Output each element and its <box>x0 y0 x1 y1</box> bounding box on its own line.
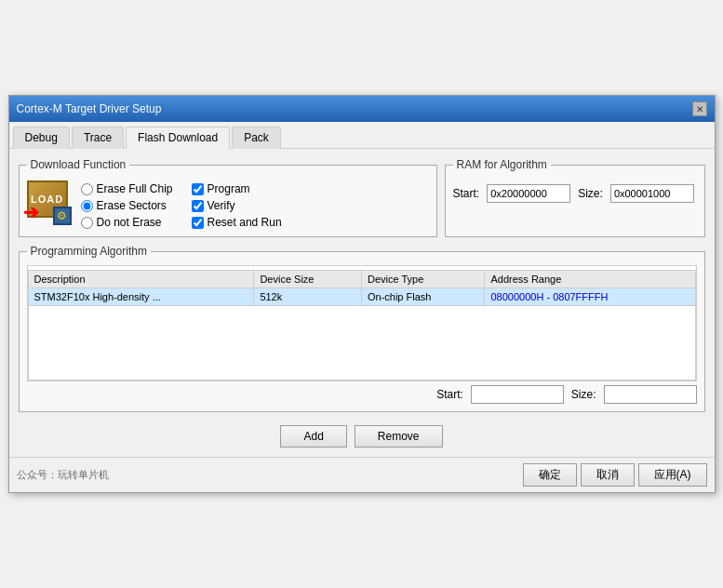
window-title: Cortex-M Target Driver Setup <box>17 102 162 115</box>
df-inner: LOAD ⚙ ➔ Erase Full Chip Erase Sectors <box>27 180 429 229</box>
programming-algorithm-group: Programming Algorithm Description Device… <box>19 245 705 412</box>
pa-size-input[interactable] <box>604 385 697 404</box>
tab-pack[interactable]: Pack <box>232 127 281 149</box>
pa-start-input[interactable] <box>471 385 564 404</box>
download-function-label: Download Function <box>27 158 130 171</box>
col-device-size: Device Size <box>254 271 362 288</box>
watermark: 公众号：玩转单片机 <box>17 468 109 482</box>
tab-flash-download[interactable]: Flash Download <box>126 127 230 149</box>
row-address-range: 08000000H - 0807FFFFH <box>485 288 695 306</box>
checkbox-reset-run-input[interactable] <box>192 217 204 229</box>
checkbox-verify[interactable]: Verify <box>192 199 282 212</box>
download-function-group: Download Function LOAD ⚙ ➔ Erase Full Ch… <box>19 158 437 237</box>
checkbox-group: Program Verify Reset and Run <box>192 182 282 229</box>
col-device-type: Device Type <box>361 271 485 288</box>
radio-do-not-erase-label: Do not Erase <box>97 216 162 229</box>
load-gear-icon: ⚙ <box>53 207 72 225</box>
close-button[interactable]: ✕ <box>692 101 707 116</box>
ram-size-input[interactable] <box>610 184 694 203</box>
pa-size-label: Size: <box>571 388 596 401</box>
content-area: Download Function LOAD ⚙ ➔ Erase Full Ch… <box>9 149 715 457</box>
programming-algorithm-label: Programming Algorithm <box>27 245 151 258</box>
radio-erase-sectors-label: Erase Sectors <box>97 199 167 212</box>
table-container: Description Device Size Device Type Addr… <box>27 265 697 381</box>
arrow-icon: ➔ <box>23 201 39 223</box>
col-description: Description <box>28 271 254 288</box>
cancel-button[interactable]: 取消 <box>581 463 635 487</box>
radio-erase-sectors-input[interactable] <box>81 200 93 212</box>
tab-debug[interactable]: Debug <box>13 127 70 149</box>
tab-trace[interactable]: Trace <box>72 127 124 149</box>
checkbox-program-input[interactable] <box>192 183 204 195</box>
radio-do-not-erase-input[interactable] <box>81 217 93 229</box>
apply-button[interactable]: 应用(A) <box>638 463 707 487</box>
pa-start-label: Start: <box>436 388 463 401</box>
col-address-range: Address Range <box>485 271 695 288</box>
remove-button[interactable]: Remove <box>355 425 443 448</box>
table-header-row: Description Device Size Device Type Addr… <box>28 271 695 288</box>
radio-do-not-erase[interactable]: Do not Erase <box>81 216 173 229</box>
ram-inner: Start: Size: <box>453 184 697 203</box>
tab-bar: Debug Trace Flash Download Pack <box>9 122 715 149</box>
table-row[interactable]: STM32F10x High-density ... 512k On-chip … <box>28 288 695 306</box>
ram-for-algorithm-label: RAM for Algorithm <box>453 158 551 171</box>
title-bar-buttons: ✕ <box>692 101 707 116</box>
ram-start-label: Start: <box>453 187 480 200</box>
main-window: Cortex-M Target Driver Setup ✕ Debug Tra… <box>8 95 716 493</box>
checkbox-verify-input[interactable] <box>192 200 204 212</box>
radio-erase-sectors[interactable]: Erase Sectors <box>81 199 173 212</box>
checkbox-reset-run-label: Reset and Run <box>208 216 282 229</box>
radio-erase-full-chip-input[interactable] <box>81 183 93 195</box>
load-icon-container: LOAD ⚙ ➔ <box>27 180 72 225</box>
radio-erase-full-chip[interactable]: Erase Full Chip <box>81 182 173 195</box>
radio-group: Erase Full Chip Erase Sectors Do not Era… <box>81 182 173 229</box>
top-section: Download Function LOAD ⚙ ➔ Erase Full Ch… <box>19 158 705 237</box>
checkbox-program[interactable]: Program <box>192 182 282 195</box>
checkbox-verify-label: Verify <box>208 199 235 212</box>
ram-size-label: Size: <box>578 187 603 200</box>
row-description: STM32F10x High-density ... <box>28 288 254 306</box>
add-button[interactable]: Add <box>280 425 346 448</box>
radio-erase-full-chip-label: Erase Full Chip <box>97 182 173 195</box>
algorithm-table: Description Device Size Device Type Addr… <box>28 270 696 381</box>
checkbox-program-label: Program <box>208 182 250 195</box>
button-row: Add Remove <box>19 425 705 448</box>
bottom-row: Start: Size: <box>27 385 697 404</box>
row-device-size: 512k <box>254 288 362 306</box>
footer: 公众号：玩转单片机 确定 取消 应用(A) <box>9 457 715 492</box>
ok-button[interactable]: 确定 <box>523 463 577 487</box>
ram-start-input[interactable] <box>487 184 570 203</box>
checkbox-reset-run[interactable]: Reset and Run <box>192 216 282 229</box>
ram-for-algorithm-group: RAM for Algorithm Start: Size: <box>445 158 705 237</box>
title-bar: Cortex-M Target Driver Setup ✕ <box>9 96 715 122</box>
row-device-type: On-chip Flash <box>361 288 485 306</box>
